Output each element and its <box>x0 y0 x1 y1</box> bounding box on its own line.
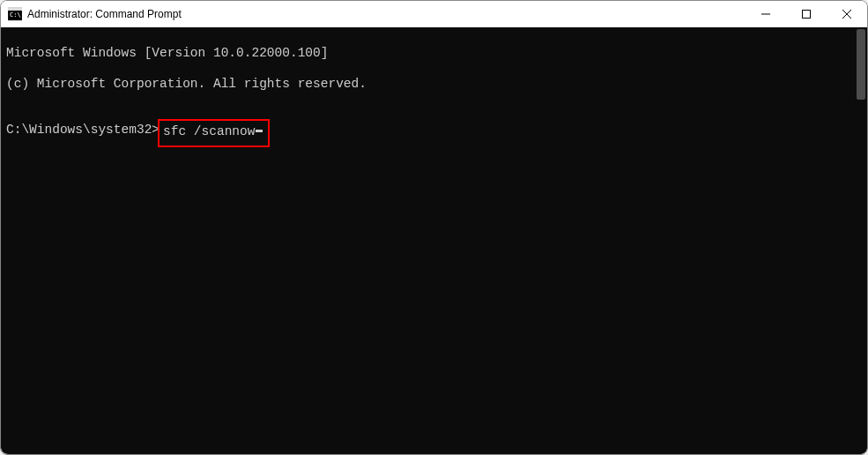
titlebar[interactable]: C:\ Administrator: Command Prompt <box>1 1 867 27</box>
terminal-output-line: Microsoft Windows [Version 10.0.22000.10… <box>6 46 849 61</box>
command-highlight-box: sfc /scannow <box>158 119 270 146</box>
maximize-button[interactable] <box>786 1 827 27</box>
scrollbar-thumb[interactable] <box>857 29 865 100</box>
window-title: Administrator: Command Prompt <box>27 8 182 20</box>
command-prompt-window: C:\ Administrator: Command Prompt Micros… <box>0 0 868 455</box>
command-text: sfc /scannow <box>163 124 255 139</box>
terminal-output-line: (c) Microsoft Corporation. All rights re… <box>6 77 849 92</box>
cmd-icon: C:\ <box>8 7 22 21</box>
vertical-scrollbar[interactable] <box>855 27 867 454</box>
close-button[interactable] <box>827 1 867 27</box>
prompt-line: C:\Windows\system32>sfc /scannow <box>6 123 849 146</box>
text-cursor <box>256 130 263 132</box>
window-controls <box>746 1 867 27</box>
terminal-content[interactable]: Microsoft Windows [Version 10.0.22000.10… <box>1 27 855 454</box>
terminal-area[interactable]: Microsoft Windows [Version 10.0.22000.10… <box>1 27 867 454</box>
prompt-path: C:\Windows\system32> <box>6 123 160 138</box>
svg-text:C:\: C:\ <box>10 11 21 19</box>
minimize-button[interactable] <box>746 1 786 27</box>
svg-rect-1 <box>8 8 22 11</box>
svg-rect-4 <box>803 11 811 19</box>
